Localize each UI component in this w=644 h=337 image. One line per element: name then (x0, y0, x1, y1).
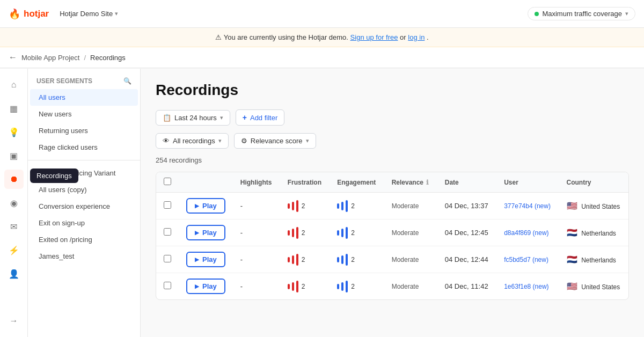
site-name: Hotjar Demo Site (60, 10, 113, 18)
hotjar-logo[interactable]: 🔥 hotjar (9, 8, 49, 20)
play-label: Play (202, 255, 217, 263)
select-all-checkbox[interactable] (164, 178, 171, 185)
relevance-cell: Moderate (384, 273, 437, 300)
events-icon[interactable]: ⚡ (4, 240, 24, 260)
chevron-down-icon: ▾ (218, 137, 222, 144)
table-row: ▶ Play - 2 2 Moderate 04 Dec, 13:37 377e… (156, 193, 628, 219)
frustration-header: Frustration (280, 172, 330, 193)
highlights-cell: - (233, 219, 280, 246)
date-cell: 04 Dec, 11:42 (437, 273, 496, 300)
play-label: Play (202, 229, 217, 237)
relevance-info-icon[interactable]: ℹ (426, 179, 429, 186)
filters-row-2: 👁 All recordings ▾ ⚙ Relevance score ▾ (156, 133, 629, 149)
breadcrumb-separator: / (84, 54, 86, 62)
country-name: United States (581, 203, 620, 210)
relevance-cell: Moderate (384, 193, 437, 219)
icon-sidebar: ⌂ ▦ 💡 ▣ ⏺ ◉ ✉ ⚡ 👤 → (0, 69, 28, 337)
country-header: Country (559, 172, 628, 193)
feedback-icon[interactable]: ✉ (4, 217, 24, 236)
play-button-1[interactable]: ▶ Play (186, 225, 225, 240)
frustration-cell: 2 (280, 193, 330, 219)
user-cell: d8a4f869 (new) (496, 219, 559, 246)
play-triangle-icon: ▶ (195, 230, 199, 236)
country-cell: 🇺🇸 United States (559, 193, 628, 219)
sidebar-item-new-users[interactable]: New users (30, 106, 138, 122)
add-filter-label: Add filter (250, 114, 277, 122)
relevance-cell: Moderate (384, 219, 437, 246)
engagement-cell: 2 (330, 273, 384, 300)
highlights-header: Highlights (233, 172, 280, 193)
eye-icon: 👁 (163, 137, 170, 145)
sidebar-item-returning-users[interactable]: Returning users (30, 122, 138, 139)
frustration-cell: 2 (280, 219, 330, 246)
sidebar-item-exit-signup[interactable]: Exit on sign-up (30, 215, 138, 231)
recordings-icon[interactable]: ⏺ (4, 170, 24, 189)
date-cell: 04 Dec, 12:44 (437, 246, 496, 273)
play-button-2[interactable]: ▶ Play (186, 252, 225, 267)
nav-left: 🔥 hotjar Hotjar Demo Site ▾ (9, 8, 122, 20)
chevron-down-icon: ▾ (306, 137, 309, 144)
country-flag: 🇳🇱 (567, 228, 577, 237)
home-icon[interactable]: ⌂ (4, 75, 24, 94)
page-title: Recordings (156, 82, 629, 99)
section-label: User Segments (36, 77, 92, 85)
search-icon[interactable]: 🔍 (123, 77, 131, 85)
demo-banner: ⚠ You are currently using the Hotjar dem… (0, 28, 644, 47)
chevron-down-icon: ▾ (220, 114, 223, 121)
nav-right: Maximum traffic coverage ▾ (528, 7, 635, 20)
site-selector[interactable]: Hotjar Demo Site ▾ (55, 8, 122, 20)
relevance-filter-button[interactable]: ⚙ Relevance score ▾ (234, 133, 316, 149)
back-button[interactable]: ← (9, 53, 17, 62)
recordings-filter-button[interactable]: 👁 All recordings ▾ (156, 133, 229, 149)
user-header: User (496, 172, 559, 193)
country-flag: 🇺🇸 (567, 201, 577, 210)
relevance-icon: ⚙ (241, 137, 247, 145)
row-checkbox-0[interactable] (164, 201, 171, 209)
relevance-cell: Moderate (384, 246, 437, 273)
end-text: . (427, 33, 429, 41)
lightbulb-icon[interactable]: 💡 (4, 122, 24, 142)
recordings-table: Highlights Frustration Engagement Releva… (156, 172, 629, 300)
date-cell: 04 Dec, 12:45 (437, 219, 496, 246)
highlights-cell: - (233, 273, 280, 300)
row-checkbox-2[interactable] (164, 255, 171, 262)
login-link[interactable]: log in (408, 33, 425, 41)
sidebar-item-all-users-copy[interactable]: All users (copy) (30, 181, 138, 198)
flame-icon: 🔥 (9, 8, 20, 20)
engagement-cell: 2 (330, 193, 384, 219)
breadcrumb-project[interactable]: Mobile App Project (21, 54, 79, 62)
nav-divider (28, 160, 140, 160)
add-filter-button[interactable]: + Add filter (236, 109, 285, 126)
logo-text: hotjar (24, 9, 49, 19)
users-icon[interactable]: 👤 (4, 264, 24, 283)
row-checkbox-1[interactable] (164, 228, 171, 236)
relevance-filter-label: Relevance score (251, 137, 303, 145)
country-cell: 🇺🇸 United States (559, 273, 628, 300)
sidebar-item-exit-pricing[interactable]: Exited on /pricing (30, 231, 138, 248)
expand-icon[interactable]: → (4, 311, 24, 331)
sidebar-item-rage-clicked[interactable]: Rage clicked users (30, 139, 138, 156)
time-filter-button[interactable]: 📋 Last 24 hours ▾ (156, 110, 230, 126)
breadcrumb: ← Mobile App Project / Recordings (0, 47, 644, 68)
play-button-0[interactable]: ▶ Play (186, 198, 225, 214)
heatmap-icon[interactable]: ▣ (4, 146, 24, 165)
survey-icon[interactable]: ◉ (4, 193, 24, 213)
sidebar-item-conversion[interactable]: Conversion experience (30, 198, 138, 215)
nav-sidebar: Recordings User Segments 🔍 All users New… (28, 69, 141, 337)
row-checkbox-3[interactable] (164, 282, 171, 289)
traffic-badge[interactable]: Maximum traffic coverage ▾ (528, 7, 635, 20)
relevance-header: Relevance ℹ (384, 172, 437, 193)
signup-link[interactable]: Sign up for free (350, 33, 398, 41)
play-label: Play (202, 282, 217, 290)
play-triangle-icon: ▶ (195, 203, 199, 209)
user-cell: fc5bd5d7 (new) (496, 246, 559, 273)
recordings-filter-label: All recordings (173, 137, 215, 145)
play-button-3[interactable]: ▶ Play (186, 279, 225, 294)
sidebar-item-james-test[interactable]: James_test (30, 248, 138, 265)
play-triangle-icon: ▶ (195, 283, 199, 289)
country-cell: 🇳🇱 Netherlands (559, 246, 628, 273)
sidebar-item-all-users[interactable]: All users (30, 89, 138, 106)
dashboard-icon[interactable]: ▦ (4, 99, 24, 118)
filters-row-1: 📋 Last 24 hours ▾ + Add filter (156, 109, 629, 126)
country-flag: 🇳🇱 (567, 255, 577, 264)
